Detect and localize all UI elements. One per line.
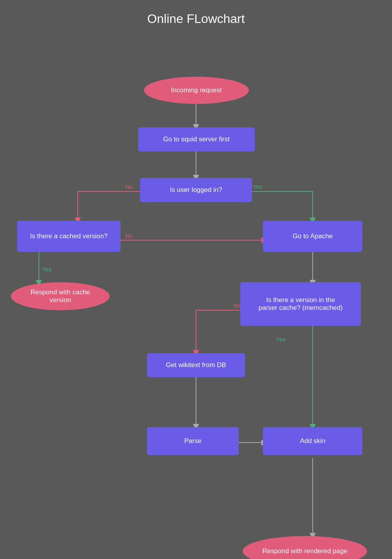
node-parse: Parse	[147, 427, 239, 455]
label-yes-parser: Yes	[276, 336, 285, 343]
page-title: Online FLowchart	[0, 0, 392, 34]
node-squid-server: Go to squid server first	[138, 127, 255, 151]
node-user-logged-in: Is user logged in?	[140, 178, 252, 202]
node-get-wikitext: Get wikitext from DB	[147, 353, 245, 377]
node-cached-version: Is there a cached version?	[17, 221, 121, 252]
node-respond-rendered: Respond with rendered page	[243, 536, 367, 559]
node-go-apache: Go to Apache	[263, 221, 362, 252]
flowchart: No Yes No Yes No Yes Incoming request Go…	[0, 34, 392, 559]
node-add-skin: Add skin	[263, 427, 362, 455]
label-yes-cached: Yes	[42, 266, 51, 272]
node-incoming-request: Incoming request	[144, 77, 249, 104]
node-parser-cache: Is there a version in the parser cache? …	[240, 282, 361, 326]
label-no-cached: No	[125, 232, 133, 239]
label-no-logged-in: No	[125, 183, 133, 190]
node-respond-cache: Respond with cache version	[11, 282, 110, 310]
label-yes-logged-in: Yes	[253, 183, 262, 190]
label-no-parser: No	[233, 302, 241, 309]
